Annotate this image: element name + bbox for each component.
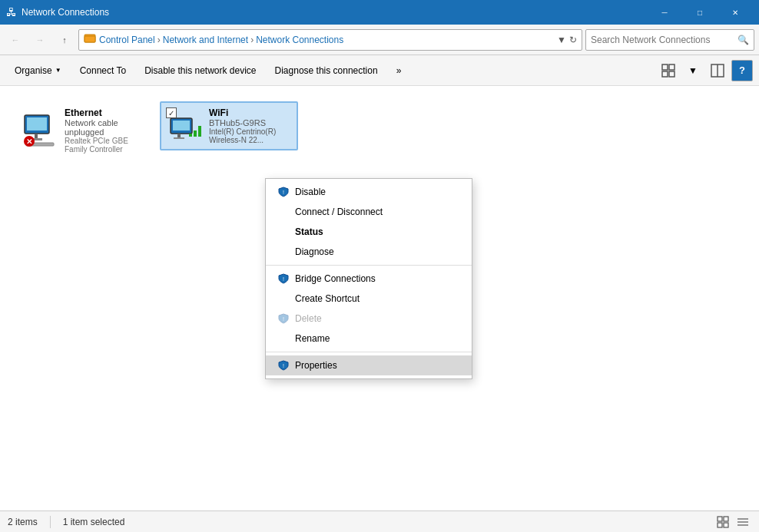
svg-rect-2 (662, 64, 668, 70)
help-button[interactable]: ? (731, 60, 753, 81)
path-control-panel[interactable]: Control Panel (99, 35, 155, 45)
ethernet-name: Ethernet (65, 107, 147, 118)
disable-label: Disable this network device (144, 65, 256, 76)
forward-button[interactable]: → (29, 29, 51, 51)
svg-rect-5 (669, 71, 674, 77)
ethernet-sub1: Network cable unplugged (65, 118, 147, 137)
svg-rect-9 (27, 117, 47, 131)
search-button[interactable]: 🔍 (732, 29, 754, 51)
ctx-diagnose[interactable]: Diagnose (266, 242, 472, 262)
shield-icon-delete: ! (278, 313, 289, 324)
status-bar: 2 items 1 item selected (0, 511, 759, 532)
ethernet-item[interactable]: ✕ Ethernet Network cable unplugged Realt… (15, 101, 154, 160)
window-icon: 🖧 (6, 6, 17, 18)
ethernet-icon-container: ✕ (22, 112, 58, 149)
search-input[interactable] (586, 35, 732, 45)
organise-button[interactable]: Organise ▼ (6, 58, 70, 83)
status-view-controls (714, 514, 751, 530)
svg-rect-1 (85, 36, 95, 42)
address-bar: ← → ↑ Control Panel › Network and Intern… (0, 25, 759, 55)
disable-device-button[interactable]: Disable this network device (136, 58, 264, 83)
ctx-sep-2 (266, 352, 472, 352)
ethernet-text: Ethernet Network cable unplugged Realtek… (65, 107, 147, 154)
svg-rect-18 (174, 137, 184, 139)
connect-to-button[interactable]: Connect To (71, 58, 135, 83)
svg-text:!: ! (283, 316, 284, 322)
diagnose-button[interactable]: Diagnose this connection (267, 58, 386, 83)
svg-rect-21 (189, 134, 192, 137)
maximize-button[interactable]: □ (682, 0, 718, 25)
status-grid-view-btn[interactable] (714, 514, 731, 530)
ethernet-icon: ✕ (22, 112, 58, 149)
path-dropdown-btn[interactable]: ▼ (557, 35, 566, 45)
ctx-sep-1 (266, 265, 472, 266)
svg-rect-10 (35, 134, 38, 138)
up-button[interactable]: ↑ (54, 29, 75, 51)
main-content: ✕ Ethernet Network cable unplugged Realt… (0, 86, 759, 511)
back-button[interactable]: ← (5, 29, 26, 51)
svg-rect-4 (662, 71, 668, 77)
path-network-connections[interactable]: Network Connections (256, 35, 343, 45)
ethernet-sub2: Realtek PCIe GBE Family Controller (65, 137, 147, 154)
ctx-connect-disconnect[interactable]: Connect / Disconnect (266, 202, 472, 222)
preview-pane-button[interactable] (707, 60, 728, 81)
status-separator (50, 516, 51, 528)
svg-text:!: ! (283, 276, 284, 282)
view-dropdown-button[interactable]: ▼ (682, 60, 704, 81)
toolbar: Organise ▼ Connect To Disable this netwo… (0, 55, 759, 86)
wifi-item[interactable]: ✓ WiFi BTHub5-G9RS Intel(R) Centrino (160, 101, 298, 150)
ctx-create-shortcut[interactable]: Create Shortcut (266, 289, 472, 309)
connect-to-label: Connect To (80, 65, 127, 76)
wifi-name: WiFi (209, 107, 292, 118)
title-bar: 🖧 Network Connections ─ □ ✕ (0, 0, 759, 25)
toolbar-right: ▼ ? (658, 60, 753, 81)
refresh-btn[interactable]: ↻ (569, 35, 577, 45)
minimize-button[interactable]: ─ (647, 0, 682, 25)
svg-text:!: ! (283, 190, 284, 195)
change-view-button[interactable] (658, 60, 679, 81)
shield-icon-disable: ! (278, 187, 289, 197)
ctx-disable[interactable]: ! Disable (266, 182, 472, 202)
ctx-rename[interactable]: Rename (266, 329, 472, 349)
svg-rect-3 (669, 64, 674, 70)
path-network-internet[interactable]: Network and Internet (163, 35, 248, 45)
wifi-icon-container: ✓ (166, 107, 203, 144)
content-area: ✕ Ethernet Network cable unplugged Realt… (0, 86, 759, 511)
search-box: 🔍 (585, 29, 754, 51)
svg-rect-26 (718, 517, 722, 521)
shield-icon-properties: ! (278, 360, 289, 371)
window-controls: ─ □ ✕ (647, 0, 753, 25)
svg-rect-19 (194, 131, 197, 137)
more-options-button[interactable]: » (388, 58, 410, 83)
wifi-sub2: Intel(R) Centrino(R) Wireless-N 22... (209, 127, 292, 144)
shield-icon-bridge: ! (278, 273, 289, 284)
item-count: 2 items (8, 517, 38, 527)
ctx-delete[interactable]: ! Delete (266, 309, 472, 329)
diagnose-label: Diagnose this connection (275, 65, 378, 76)
status-detail-view-btn[interactable] (734, 514, 751, 530)
svg-rect-17 (177, 134, 181, 137)
organise-label: Organise (15, 65, 52, 76)
address-path[interactable]: Control Panel › Network and Internet › N… (78, 29, 582, 51)
svg-rect-28 (718, 523, 722, 527)
svg-rect-20 (198, 126, 201, 137)
window-title: Network Connections (22, 7, 647, 18)
more-label: » (396, 65, 402, 76)
wifi-checkbox: ✓ (166, 107, 177, 118)
svg-rect-16 (173, 121, 190, 131)
context-menu: ! Disable Connect / Disconnect Status Di… (265, 178, 472, 379)
ctx-status[interactable]: Status (266, 222, 472, 242)
organise-dropdown-icon: ▼ (55, 67, 61, 74)
wifi-text: WiFi BTHub5-G9RS Intel(R) Centrino(R) Wi… (209, 107, 292, 144)
wifi-sub1: BTHub5-G9RS (209, 118, 292, 127)
ctx-properties[interactable]: ! Properties (266, 355, 472, 375)
selection-info: 1 item selected (63, 517, 125, 527)
svg-text:!: ! (283, 363, 284, 368)
close-button[interactable]: ✕ (718, 0, 753, 25)
svg-rect-29 (724, 523, 728, 527)
svg-rect-27 (724, 517, 728, 521)
svg-text:✕: ✕ (26, 137, 32, 146)
ctx-bridge[interactable]: ! Bridge Connections (266, 269, 472, 289)
